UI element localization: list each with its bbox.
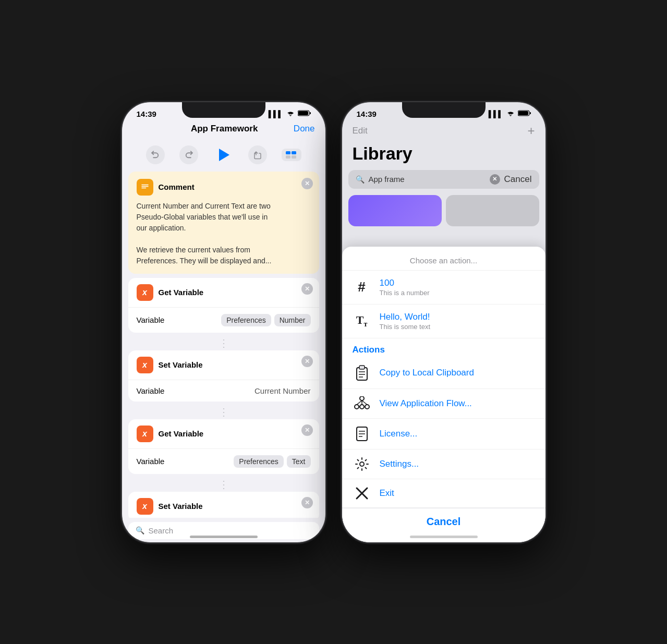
comment-card-header: Comment [137, 179, 311, 196]
signal-icon-2: ▌▌▌ [489, 110, 503, 118]
content-area: Comment ✕ Current Number and Current Tex… [122, 172, 325, 518]
settings-icon [353, 457, 371, 471]
add-button[interactable]: + [527, 124, 535, 138]
license-text-block: License... [380, 429, 535, 439]
search-input-2[interactable]: App frame [369, 175, 486, 184]
set-variable-card-2: x Set Variable ✕ [128, 492, 319, 518]
clipboard-icon [353, 364, 371, 381]
background-cards [342, 195, 545, 233]
nav-title: App Framework [191, 124, 258, 134]
get-var-close-1[interactable]: ✕ [301, 283, 313, 295]
action-exit[interactable]: Exit [342, 479, 545, 508]
svg-point-19 [355, 405, 359, 409]
done-button[interactable]: Done [294, 124, 315, 134]
svg-rect-12 [530, 112, 531, 114]
bg-card-1 [348, 195, 442, 226]
flow-title: View Application Flow... [380, 398, 535, 409]
exit-icon [353, 487, 371, 500]
set-var-close-2[interactable]: ✕ [301, 497, 313, 508]
chip-preferences-2[interactable]: Preferences [234, 455, 283, 468]
library-title: Library [342, 143, 545, 170]
svg-rect-11 [518, 111, 528, 115]
get-var-icon-1: x [137, 284, 153, 301]
svg-point-20 [360, 405, 364, 409]
get-variable-card-1: x Get Variable ✕ Variable Preferences Nu… [128, 278, 319, 333]
divider-2: ⋮ [128, 406, 319, 418]
get-var-body-1: Variable Preferences Number [128, 308, 319, 333]
action-license[interactable]: License... [342, 419, 545, 449]
settings-title: Settings... [380, 459, 535, 469]
home-indicator [190, 536, 258, 538]
svg-rect-7 [141, 184, 149, 185]
set-var-title-1: Set Variable [159, 360, 203, 369]
get-var-header-1: x Get Variable ✕ [128, 278, 319, 308]
library-header: Edit + [342, 121, 545, 143]
actions-section-label: Actions [342, 338, 545, 357]
toggle-button[interactable] [282, 149, 301, 161]
var-chips-1: Preferences Number [221, 314, 310, 326]
phone2-screen: 14:39 ▌▌▌ Edit + Library 🔍 App frame ✕ C… [342, 102, 545, 542]
action-modal: Choose an action... # 100 This is a numb… [342, 247, 545, 542]
action-item-text[interactable]: Tт Hello, World! This is some text [342, 305, 545, 338]
action-settings[interactable]: Settings... [342, 449, 545, 479]
phone1: 14:39 ▌▌▌ App Framework Done [122, 102, 325, 542]
search-input[interactable]: Search [149, 526, 174, 535]
svg-rect-4 [292, 151, 296, 154]
flow-text-block: View Application Flow... [380, 398, 535, 409]
set-var-header-1: x Set Variable ✕ [128, 350, 319, 380]
toolbar [122, 140, 325, 172]
edit-button[interactable]: Edit [353, 126, 368, 136]
status-icons: ▌▌▌ [269, 110, 311, 118]
notch [182, 102, 265, 118]
chip-text-2[interactable]: Text [287, 455, 311, 468]
search-icon: 🔍 [136, 526, 144, 534]
comment-close-button[interactable]: ✕ [301, 178, 313, 189]
chip-preferences-1[interactable]: Preferences [221, 314, 271, 326]
get-var-title-1: Get Variable [159, 288, 204, 297]
search-cancel-button[interactable]: Cancel [504, 174, 532, 185]
license-icon [353, 426, 371, 442]
search-clear-button[interactable]: ✕ [490, 174, 500, 185]
svg-line-22 [357, 400, 362, 405]
svg-rect-1 [298, 111, 308, 115]
signal-icon: ▌▌▌ [269, 110, 283, 118]
settings-text-block: Settings... [380, 459, 535, 469]
var-chips-2: Preferences Text [234, 455, 310, 468]
text-title: Hello, World! [380, 312, 535, 322]
action-view-flow[interactable]: View Application Flow... [342, 389, 545, 419]
svg-rect-2 [310, 112, 311, 114]
cancel-button[interactable]: Cancel [427, 516, 461, 527]
action-copy-clipboard[interactable]: Copy to Local Clipboard [342, 357, 545, 389]
share-button[interactable] [248, 145, 267, 164]
svg-point-29 [360, 462, 364, 466]
comment-title: Comment [159, 183, 195, 191]
play-icon [219, 149, 229, 161]
number-icon: # [353, 279, 371, 295]
battery-icon-2 [518, 110, 531, 118]
status-time-2: 14:39 [357, 110, 377, 118]
get-var-close-2[interactable]: ✕ [301, 424, 313, 436]
search-bar-2[interactable]: 🔍 App frame ✕ Cancel [348, 170, 539, 189]
nav-bar: App Framework Done [122, 121, 325, 140]
redo-button[interactable] [179, 145, 198, 164]
svg-rect-9 [141, 187, 146, 188]
number-subtitle: This is a number [380, 289, 535, 297]
divider-1: ⋮ [128, 337, 319, 349]
text-type-icon: Tт [353, 313, 371, 329]
svg-rect-8 [141, 186, 149, 187]
action-item-number[interactable]: # 100 This is a number [342, 271, 545, 305]
modal-placeholder: Choose an action... [342, 247, 545, 271]
svg-point-21 [365, 405, 369, 409]
wifi-icon [286, 110, 295, 118]
set-var-close-1[interactable]: ✕ [301, 356, 313, 367]
chip-number-1[interactable]: Number [274, 314, 311, 326]
bg-card-2 [446, 195, 539, 226]
get-var-icon-2: x [137, 426, 153, 442]
undo-button[interactable] [146, 145, 165, 164]
divider-3: ⋮ [128, 478, 319, 491]
license-title: License... [380, 429, 535, 439]
get-var-body-2: Variable Preferences Text [128, 449, 319, 474]
svg-line-24 [362, 400, 367, 405]
play-button[interactable] [213, 144, 234, 165]
get-var-header-2: x Get Variable ✕ [128, 419, 319, 449]
